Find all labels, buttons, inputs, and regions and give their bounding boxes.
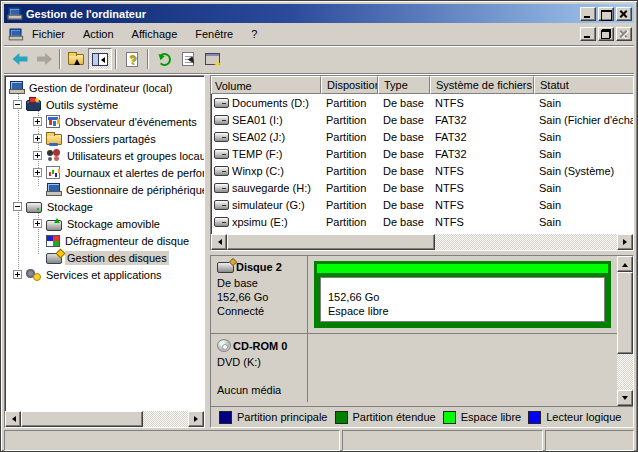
- column-header-volume[interactable]: Volume: [211, 76, 321, 94]
- volume-status: Sain: [534, 199, 633, 211]
- event-viewer-icon: [46, 115, 60, 128]
- menu-aide[interactable]: ?: [242, 25, 266, 43]
- tree-item-computer-management-local[interactable]: Gestion de l'ordinateur (local): [5, 79, 204, 96]
- expand-icon[interactable]: [33, 219, 42, 228]
- tree-item-label: Journaux et alertes de performance: [63, 166, 204, 180]
- disk-graphic-disque-2: 152,66 Go Espace libre: [308, 256, 617, 333]
- scroll-right-button[interactable]: [617, 234, 633, 250]
- volume-row[interactable]: SEA01 (I:) Partition De base FAT32 Sain …: [211, 111, 633, 128]
- computer-management-window: Gestion de l'ordinateur Fichier Action A…: [0, 0, 638, 452]
- window-icon[interactable]: [8, 8, 22, 20]
- volume-disposition: Partition: [321, 131, 378, 143]
- column-header-fs[interactable]: Système de fichiers: [430, 76, 534, 94]
- disk-type: De base: [217, 276, 303, 290]
- volume-row[interactable]: sauvegarde (H:) Partition De base NTFS S…: [211, 179, 633, 196]
- collapse-icon[interactable]: [13, 100, 22, 109]
- scroll-left-button[interactable]: [5, 411, 21, 427]
- tree-item-stockage[interactable]: Stockage: [5, 198, 204, 215]
- volume-disposition: Partition: [321, 182, 378, 194]
- properties-button[interactable]: [176, 48, 200, 70]
- close-button[interactable]: [616, 7, 632, 21]
- scroll-up-button[interactable]: [617, 256, 633, 272]
- status-panel: [545, 430, 634, 451]
- tree-item-services-applications[interactable]: Services et applications: [5, 266, 204, 283]
- disk-name: CD-ROM 0: [233, 340, 287, 352]
- scrollbar-thumb[interactable]: [227, 234, 435, 250]
- disk-vertical-scrollbar[interactable]: [617, 256, 633, 406]
- tree-item-gestion-des-disques[interactable]: Gestion des disques: [5, 249, 204, 266]
- column-header-disposition[interactable]: Disposition: [321, 76, 378, 94]
- volume-disposition: Partition: [321, 199, 378, 211]
- toolbar: [4, 46, 634, 74]
- menu-fichier[interactable]: Fichier: [23, 25, 74, 43]
- help-button[interactable]: [120, 48, 144, 70]
- collapse-icon[interactable]: [13, 202, 22, 211]
- show-hide-tree-button[interactable]: [88, 48, 112, 70]
- menu-affichage[interactable]: Affichage: [123, 25, 187, 43]
- expand-icon[interactable]: [33, 117, 42, 126]
- scrollbar-track[interactable]: [435, 234, 617, 250]
- hard-disk-icon: [217, 262, 234, 273]
- volume-row[interactable]: simulateur (G:) Partition De base NTFS S…: [211, 196, 633, 213]
- back-button[interactable]: [8, 48, 32, 70]
- column-header-statut[interactable]: Statut: [534, 76, 633, 94]
- scrollbar-thumb[interactable]: [21, 411, 143, 427]
- scroll-right-button[interactable]: [188, 411, 204, 427]
- tree-item-utilisateurs-groupes[interactable]: Utilisateurs et groupes locaux: [5, 147, 204, 164]
- up-one-level-button[interactable]: [64, 48, 88, 70]
- column-header-type[interactable]: Type: [378, 76, 430, 94]
- disk-graphic-cdrom-0[interactable]: [308, 334, 617, 402]
- expand-icon[interactable]: [33, 151, 42, 160]
- disk-drive-letter: DVD (K:): [217, 355, 303, 369]
- statusbar: [4, 430, 634, 451]
- mdi-minimize-button[interactable]: [580, 27, 596, 41]
- volume-row[interactable]: xpsimu (E:) Partition De base NTFS Sain: [211, 213, 633, 230]
- scroll-down-button[interactable]: [617, 390, 633, 406]
- volume-name: Winxp (C:): [232, 165, 284, 177]
- tree-horizontal-scrollbar[interactable]: [5, 411, 204, 427]
- menu-action[interactable]: Action: [74, 25, 123, 43]
- volume-icon: [214, 200, 229, 210]
- manage-icon: [205, 53, 220, 65]
- titlebar[interactable]: Gestion de l'ordinateur: [4, 4, 634, 23]
- volume-icon: [214, 166, 229, 176]
- volume-row[interactable]: Documents (D:) Partition De base NTFS Sa…: [211, 94, 633, 111]
- mdi-restore-button[interactable]: [598, 27, 614, 41]
- scrollbar-track[interactable]: [143, 411, 188, 427]
- tree-item-defragmenteur[interactable]: Défragmenteur de disque: [5, 232, 204, 249]
- free-space-region[interactable]: 152,66 Go Espace libre: [314, 261, 611, 328]
- properties-icon: [182, 52, 194, 66]
- volume-icon: [214, 132, 229, 142]
- volume-row[interactable]: TEMP (F:) Partition De base FAT32 Sain: [211, 145, 633, 162]
- legend-item-logical-drive: Lecteur logique: [528, 411, 621, 424]
- refresh-button[interactable]: [152, 48, 176, 70]
- mdi-child-icon[interactable]: [9, 28, 23, 40]
- volume-row[interactable]: SEA02 (J:) Partition De base FAT32 Sain: [211, 128, 633, 145]
- menu-fenetre[interactable]: Fenêtre: [186, 25, 242, 43]
- console-tree-icon: [92, 53, 108, 66]
- tree-item-outils-systeme[interactable]: Outils système: [5, 96, 204, 113]
- volume-row[interactable]: Winxp (C:) Partition De base NTFS Sain (…: [211, 162, 633, 179]
- minimize-button[interactable]: [580, 7, 596, 21]
- tree-item-stockage-amovible[interactable]: Stockage amovible: [5, 215, 204, 232]
- legend-item-primary: Partition principale: [219, 411, 328, 424]
- disk-info-cdrom-0[interactable]: CD-ROM 0 DVD (K:) Aucun média: [211, 334, 308, 402]
- tree-item-journaux-alertes[interactable]: Journaux et alertes de performance: [5, 164, 204, 181]
- expand-icon[interactable]: [13, 270, 22, 279]
- expand-icon[interactable]: [33, 168, 42, 177]
- manage-button[interactable]: [200, 48, 224, 70]
- list-horizontal-scrollbar[interactable]: [211, 234, 633, 250]
- scrollbar-thumb[interactable]: [617, 272, 633, 354]
- tree-item-gestionnaire-peripheriques[interactable]: Gestionnaire de périphériques: [5, 181, 204, 198]
- scroll-left-button[interactable]: [211, 234, 227, 250]
- disk-info-disque-2[interactable]: Disque 2 De base 152,66 Go Connecté: [211, 256, 308, 333]
- expand-icon[interactable]: [33, 134, 42, 143]
- maximize-button[interactable]: [598, 7, 614, 21]
- forward-button[interactable]: [32, 48, 56, 70]
- region-label: Espace libre: [328, 304, 604, 318]
- performance-logs-icon: [46, 166, 60, 179]
- tree-item-dossiers-partages[interactable]: Dossiers partagés: [5, 130, 204, 147]
- tree-item-observateur-evenements[interactable]: Observateur d'événements: [5, 113, 204, 130]
- extended-partition-swatch: [335, 411, 348, 424]
- scrollbar-track[interactable]: [617, 354, 633, 390]
